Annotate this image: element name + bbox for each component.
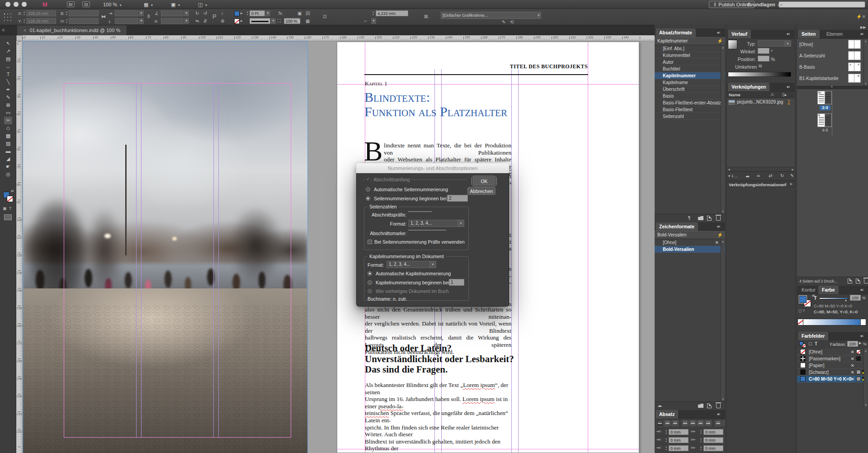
scale-y-dropdown[interactable]: ▼: [138, 18, 144, 24]
chapter-format-dropdown[interactable]: 1, 2, 3, 4...▼: [387, 261, 436, 268]
master-page-row[interactable]: [Ohne]: [797, 39, 868, 50]
tool-button[interactable]: ✂: [4, 117, 12, 124]
fill-frame-icon[interactable]: ◙: [297, 18, 300, 24]
constrain-proportions-icon[interactable]: ⧓: [101, 14, 106, 19]
justify-last-center-button[interactable]: [689, 420, 696, 426]
tab-verlauf[interactable]: Verlauf: [728, 30, 751, 38]
scrollbar[interactable]: [721, 239, 725, 401]
tab-seiten[interactable]: Seiten: [798, 30, 820, 38]
corner-stepper[interactable]: ▲▼: [372, 10, 375, 16]
ruler-origin-box[interactable]: [16, 35, 23, 41]
character-style-row[interactable]: Bold-Versalien✕: [655, 246, 725, 253]
tool-button[interactable]: ◢: [4, 155, 12, 163]
tab-zeichenformate[interactable]: Zeichenformate: [656, 222, 698, 231]
style-override-icon[interactable]: ✎: [502, 19, 505, 25]
tint-slider[interactable]: [819, 297, 848, 299]
panel-menu-icon[interactable]: ▾≡: [860, 288, 863, 292]
tint-flyout-icon[interactable]: ▶: [859, 341, 861, 345]
margin-guide[interactable]: [64, 83, 291, 84]
column-guide[interactable]: [518, 69, 519, 453]
rotate-ccw-icon[interactable]: ↺: [203, 10, 207, 16]
fit-content-icon[interactable]: ▣: [297, 10, 302, 16]
tool-button[interactable]: ☛: [4, 163, 12, 170]
justify-last-left-button[interactable]: [682, 420, 689, 426]
tool-button[interactable]: ◇: [4, 124, 12, 132]
view-options-dropdown[interactable]: ▦▼: [144, 2, 153, 8]
page-thumbnail-left[interactable]: B1: [817, 91, 825, 104]
justify-all-button[interactable]: [705, 420, 712, 426]
paragraph-style-row[interactable]: [Einf. Abs.]✕: [655, 45, 725, 52]
stroke-weight-dropdown[interactable]: ▼: [265, 10, 270, 16]
page-thumbnail-left[interactable]: B: [817, 113, 825, 127]
formatting-affects-container-icon[interactable]: ▣: [3, 206, 7, 211]
flip-horizontal-icon[interactable]: ⇋: [195, 18, 199, 24]
links-hscrollbar[interactable]: ◀▶: [727, 167, 795, 171]
character-style-applied[interactable]: Bold-Versalien⚡: [655, 231, 725, 239]
collapse-panels-icon[interactable]: «: [2, 27, 5, 33]
space-after-field[interactable]: 0 mm: [703, 445, 723, 451]
start-chapter-radio[interactable]: [368, 280, 372, 285]
swatch-row[interactable]: [Papier] ✕: [797, 362, 868, 369]
rotate-cw-icon[interactable]: ↻: [195, 10, 199, 16]
last-line-indent-stepper[interactable]: ▲▼: [699, 437, 703, 443]
link-row[interactable]: picjumb...NCK9329.jpg 2: [727, 99, 795, 106]
screen-mode-dropdown[interactable]: ▣▼: [171, 2, 180, 8]
page-2-photo-frame[interactable]: [23, 42, 307, 453]
tab-farbfelder[interactable]: Farbfelder: [798, 332, 828, 340]
tool-button[interactable]: ╲: [4, 78, 12, 86]
spread-row[interactable]: B B 4-5: [797, 112, 868, 134]
margin-guide[interactable]: [64, 437, 291, 438]
paragraph-style-row[interactable]: Buchtitel✕: [655, 66, 725, 72]
paragraph-style-applied[interactable]: Kapitelnummer⚡: [655, 37, 725, 45]
panel-splitter[interactable]: ▼: [797, 86, 868, 89]
paragraph-style-row[interactable]: Autor✕: [655, 59, 725, 66]
edit-original-icon[interactable]: ✎: [790, 173, 794, 178]
auto-chapter-radio[interactable]: [368, 271, 372, 276]
tool-button[interactable]: ▨: [4, 140, 12, 147]
panel-menu-icon[interactable]: ▾≡: [860, 334, 863, 338]
stroke-style-dropdown[interactable]: [250, 18, 270, 24]
paragraph-style-row[interactable]: Kapitelname✕: [655, 79, 725, 86]
stroke-color-swatch[interactable]: [234, 19, 240, 24]
paragraph-style-row[interactable]: Kapitelnummer✕: [655, 72, 725, 79]
relink-cc-icon[interactable]: ∞: [757, 173, 760, 178]
align-away-spine-button[interactable]: [722, 420, 725, 426]
swap-fill-stroke-icon[interactable]: ⇄: [11, 189, 14, 193]
reference-point-grid[interactable]: [3, 13, 12, 22]
x-field[interactable]: 339,25 mm: [26, 10, 56, 16]
tool-button[interactable]: ▩: [4, 132, 12, 140]
search-input[interactable]: ⌕: [778, 1, 865, 8]
tool-button[interactable]: ↔: [4, 63, 12, 71]
rotation-field[interactable]: [161, 10, 184, 16]
gradient-position-field[interactable]: [758, 56, 769, 61]
links-name-column[interactable]: Name: [729, 92, 741, 97]
width-stepper[interactable]: ▲▼: [65, 10, 68, 16]
left-indent-stepper[interactable]: ▲▼: [665, 429, 668, 435]
tool-button[interactable]: ⊠: [4, 101, 12, 109]
y-stepper[interactable]: ▲▼: [23, 18, 26, 24]
page-thumbnail-right[interactable]: B: [825, 113, 832, 127]
scale-x-field[interactable]: [115, 10, 138, 16]
zoom-level-dropdown[interactable]: 100 %▼: [103, 2, 122, 7]
corner-shape-dropdown[interactable]: ▼: [371, 18, 376, 24]
relink-icon[interactable]: ⇄: [769, 173, 772, 178]
container-format-icon[interactable]: ▢: [808, 341, 812, 346]
screen-mode-button[interactable]: [4, 214, 12, 220]
fill-proxy-mini[interactable]: [799, 341, 803, 345]
scrollbar[interactable]: [863, 349, 868, 407]
character-style-row[interactable]: [Ohne]✕: [655, 239, 725, 246]
swatch-row[interactable]: C=80 M=50 Y=0 K=0 ✕: [797, 376, 868, 382]
paragraph-style-row[interactable]: Kolumnentitel✕: [655, 52, 725, 59]
effects-icon[interactable]: fx.: [278, 10, 283, 16]
align-towards-spine-button[interactable]: [715, 420, 722, 426]
toolbar-stroke-swatch[interactable]: [7, 196, 13, 202]
new-page-icon[interactable]: [856, 278, 860, 283]
dialog-title[interactable]: Nummerierungs- und Abschnittsoptionen: [356, 163, 509, 173]
gradient-thumbnail[interactable]: [728, 40, 737, 49]
spread-label[interactable]: 2-3: [820, 105, 830, 110]
tool-button[interactable]: ▬: [4, 147, 12, 155]
ok-button[interactable]: OK: [473, 177, 495, 185]
tool-button[interactable]: ▭: [4, 109, 12, 117]
page-thumbnail-right[interactable]: B1: [825, 91, 832, 104]
tab-absatzformate[interactable]: Absatzformate: [656, 28, 696, 37]
